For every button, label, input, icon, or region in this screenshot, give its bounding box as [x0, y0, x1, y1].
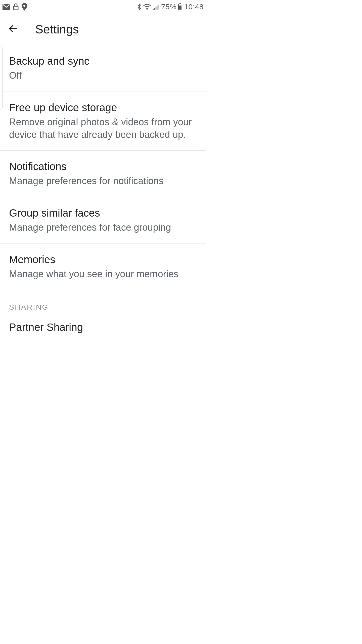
wifi-icon [143, 4, 151, 10]
status-bar: 75% 10:48 [0, 0, 206, 14]
svg-rect-1 [14, 6, 18, 10]
settings-list: Backup and sync Off Free up device stora… [0, 45, 206, 334]
app-bar: Settings [0, 14, 206, 45]
svg-rect-6 [179, 6, 182, 10]
bluetooth-icon [137, 3, 142, 11]
svg-rect-5 [179, 3, 181, 4]
setting-partner-sharing[interactable]: Partner Sharing [0, 311, 206, 334]
setting-subtitle: Manage what you see in your memories [9, 268, 197, 280]
svg-point-2 [23, 5, 25, 7]
status-right: 75% 10:48 [137, 3, 204, 11]
setting-subtitle: Manage preferences for notifications [9, 175, 197, 187]
setting-subtitle: Remove original photos & videos from you… [9, 116, 197, 141]
page-title: Settings [35, 22, 79, 36]
status-left-icons [3, 3, 27, 11]
edge-tab[interactable] [0, 46, 3, 110]
svg-point-3 [146, 8, 148, 10]
clock-time: 10:48 [184, 3, 204, 11]
setting-free-up-storage[interactable]: Free up device storage Remove original p… [0, 92, 206, 151]
setting-title: Backup and sync [9, 55, 197, 67]
location-icon [22, 3, 27, 11]
setting-backup-sync[interactable]: Backup and sync Off [0, 45, 206, 92]
signal-icon [153, 4, 160, 10]
lock-icon [13, 3, 19, 10]
setting-title: Free up device storage [9, 101, 197, 114]
battery-icon [178, 3, 183, 11]
setting-title: Memories [9, 253, 197, 266]
setting-title: Partner Sharing [9, 321, 197, 334]
setting-memories[interactable]: Memories Manage what you see in your mem… [0, 244, 206, 290]
arrow-left-icon [8, 23, 19, 35]
setting-subtitle: Off [9, 69, 197, 82]
setting-title: Notifications [9, 160, 197, 173]
back-button[interactable] [6, 22, 20, 36]
setting-subtitle: Manage preferences for face grouping [9, 221, 197, 234]
battery-percent: 75% [161, 3, 177, 11]
mail-icon [3, 4, 10, 10]
section-header-sharing: SHARING [0, 290, 206, 311]
setting-title: Group similar faces [9, 207, 197, 219]
setting-group-faces[interactable]: Group similar faces Manage preferences f… [0, 197, 206, 244]
setting-notifications[interactable]: Notifications Manage preferences for not… [0, 151, 206, 197]
